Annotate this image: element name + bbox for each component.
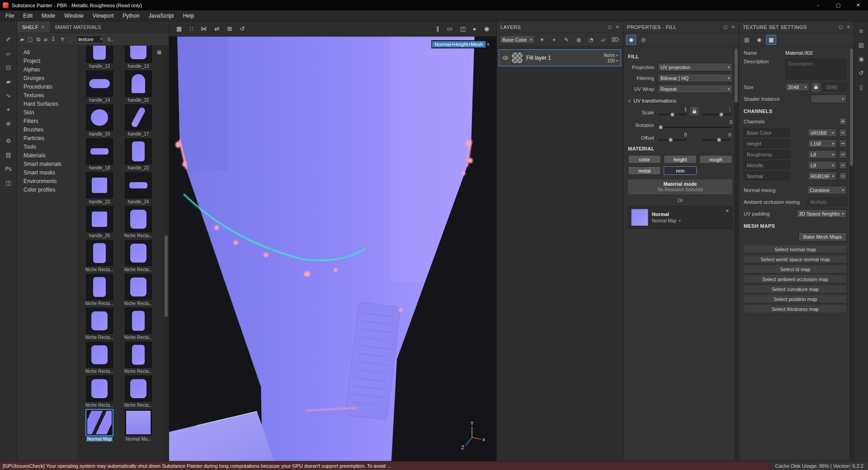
texture-set-channels-tab-icon[interactable]: ▦ [766,35,776,45]
add-view-icon[interactable]: ⊞ [227,25,232,32]
shelf-resource[interactable]: handle_24 [119,172,158,204]
symmetry-icon[interactable]: ⋈ [201,25,207,32]
filter-funnel-icon[interactable]: ▼ [60,36,64,42]
channel-button[interactable]: height [664,155,697,164]
texture-set-material-tab-icon[interactable]: ◉ [754,35,764,45]
channel-button[interactable]: color [628,155,661,164]
properties-material-tab-icon[interactable]: ◉ [626,35,636,45]
shelf-resource[interactable]: handle_17 [119,104,158,136]
search-clear-icon[interactable]: ✕ [100,37,104,41]
channel-button[interactable]: metal [628,166,661,175]
channel-format-dropdown[interactable]: L16F ▾ [808,139,837,148]
shelf-category[interactable]: Brushes [17,126,77,134]
folder-icon[interactable]: ▰ [20,36,24,42]
close-icon[interactable]: ✕ [847,24,850,29]
shelf-resource[interactable]: handle_18 [80,138,119,170]
delete-layer-icon[interactable]: ⌦ [611,37,619,43]
material-view-icon[interactable]: ◫ [460,25,466,32]
shelf-resource[interactable]: Niche Recta... [80,308,119,340]
scale-x-value[interactable]: 1 [658,107,687,113]
eraser-tool-icon[interactable]: ▱ [4,50,14,58]
snap-grid-icon[interactable]: ▦ [176,25,182,32]
menu-item[interactable]: JavaScript [144,10,179,21]
display-panel-icon[interactable]: ▤ [4,151,14,159]
remove-resource-icon[interactable]: ✕ [726,208,729,213]
shelf-category[interactable]: Procedurals [17,83,77,91]
shelf-category[interactable]: All [17,48,77,57]
shelf-resource[interactable]: Niche Recta... [80,274,119,306]
channel-format-dropdown[interactable]: sRGB8 ▾ [808,128,837,137]
material-picker-tool-icon[interactable]: ⊕ [4,120,14,128]
viewport-canvas[interactable]: Normal+Height+Mesh ▾ Y x Z [169,37,496,461]
shelf-resource[interactable]: Niche Recta... [80,342,119,374]
viewport-layout-icon[interactable]: ▭ [447,25,453,32]
smudge-tool-icon[interactable]: ∿ [4,92,14,100]
shelf-category[interactable]: Particles [17,134,77,143]
blend-mode-dropdown[interactable]: Norm ▾ [604,53,618,58]
display-settings-panel-icon[interactable]: ▤ [857,42,866,48]
size-lock-button[interactable] [812,83,820,91]
shelf-category[interactable]: Textures [17,91,77,100]
undock-icon[interactable]: ◱ [608,24,612,29]
photoshop-plugin-icon[interactable]: Ps [4,165,14,173]
shelf-category[interactable]: Smart masks [17,169,77,177]
new-file-icon[interactable]: ▢ [28,36,33,42]
remove-channel-button[interactable]: − [839,172,847,180]
projection-dropdown[interactable]: UV projection ▾ [658,63,732,71]
remove-channel-button[interactable]: − [839,140,847,147]
scale-y-value[interactable]: 1 [702,107,731,113]
tab-smart-materials[interactable]: SMART MATERIALS [50,21,106,33]
eye-off-icon[interactable]: ⌀ [44,36,47,42]
menu-item[interactable]: Window [60,10,88,21]
tab-shelf[interactable]: SHELF ✕ [17,21,50,33]
close-icon[interactable]: ✕ [616,24,619,29]
scale-x-slider[interactable] [658,114,687,115]
shelf-resource[interactable]: Normal Map [80,409,119,442]
shelf-category[interactable]: Color profiles [17,186,77,194]
rotation-slider[interactable] [658,127,732,128]
bake-mesh-maps-button[interactable]: Bake Mesh Maps [798,232,847,241]
video-capture-icon[interactable]: ▸ [473,25,476,32]
texture-set-settings-panel-icon[interactable]: ≡ [857,28,866,34]
close-icon[interactable]: ✕ [41,25,45,29]
shelf-resource[interactable]: handle_15 [119,70,158,103]
resources-icon[interactable]: ◫ [4,179,14,187]
normal-mixing-dropdown[interactable]: Combine ▾ [807,186,847,194]
undock-icon[interactable]: ◱ [839,24,843,29]
shelf-resource[interactable]: Niche Recta... [80,240,119,272]
shelf-resource[interactable]: handle_25 [80,206,119,238]
uv-wrap-dropdown[interactable]: Repeat ▾ [658,85,732,93]
paint-brush-tool-icon[interactable]: ✐ [4,36,14,44]
offset-y-slider[interactable] [702,139,731,141]
mirror-axis-icon[interactable]: ⇄ [215,25,220,32]
view-channel-dropdown[interactable]: Normal+Height+Mesh ▾ [431,40,491,48]
shelf-resource[interactable]: Niche Recta... [119,240,158,272]
group-folder-icon[interactable]: ▱ [599,37,607,43]
remove-channel-button[interactable]: − [839,150,847,158]
history-icon[interactable]: ↺ [240,25,245,32]
description-field[interactable]: Description [785,59,847,80]
stamp-icon[interactable]: ⌖ [550,37,558,43]
shelf-category[interactable]: Filters [17,117,77,126]
shelf-category[interactable]: Tools [17,143,77,151]
channel-format-dropdown[interactable]: L8 ▾ [808,150,837,159]
texture-set-list-tab-icon[interactable]: ▤ [742,35,752,45]
shader-instance-dropdown[interactable]: ▾ [811,94,847,103]
shelf-resource[interactable]: Niche Recta... [119,308,158,340]
resource-dropdown[interactable]: Normal Map ▾ [652,218,680,223]
select-mesh-map-button[interactable]: Select curvature map [744,285,847,293]
remove-channel-button[interactable]: − [839,129,847,136]
magic-wand-icon[interactable]: ✶ [538,37,546,43]
menu-item[interactable]: Python [118,10,144,21]
shelf-resource[interactable]: Niche Recta... [80,376,119,408]
offset-x-slider[interactable] [658,139,687,141]
shader-settings-panel-icon[interactable]: ◉ [857,56,866,62]
channel-format-dropdown[interactable]: L8 ▾ [808,161,837,169]
import-resources-icon[interactable]: ↧ [51,36,55,42]
remove-channel-button[interactable]: − [839,161,847,169]
projection-tool-icon[interactable]: ⊡ [4,64,14,72]
shelf-resource[interactable]: Niche Recta... [119,342,158,374]
shelf-category[interactable]: Hard Surfaces [17,100,77,108]
shelf-resource[interactable]: Niche Recta... [119,274,158,306]
axis-gizmo[interactable]: Y x Z [458,421,486,450]
